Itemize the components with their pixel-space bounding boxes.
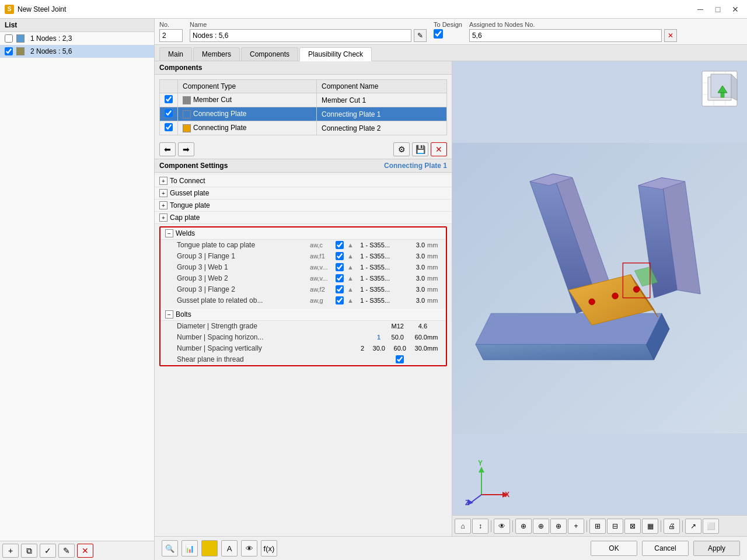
- vp-roty-btn[interactable]: ⊕: [533, 519, 549, 534]
- status-chart-btn[interactable]: 📊: [181, 540, 198, 556]
- list-item-2-checkbox[interactable]: [5, 47, 13, 55]
- bolt-item-4[interactable]: Shear plane in thread: [160, 354, 446, 365]
- bolt-item-2[interactable]: Number | Spacing horizon... 1 50.0 60.0 …: [160, 332, 446, 343]
- vp-home-btn[interactable]: ⌂: [455, 519, 471, 534]
- weld-item-1[interactable]: Tongue plate to cap plate aw,c ▲ 1 - S35…: [160, 240, 446, 251]
- ok-button[interactable]: OK: [591, 541, 637, 556]
- weld-item-6[interactable]: Gusset plate to related ob... aw,g ▲ 1 -…: [160, 295, 446, 306]
- expand-icon[interactable]: +: [159, 177, 167, 185]
- vp-plus-btn[interactable]: +: [568, 519, 584, 534]
- weld-6-check[interactable]: [336, 296, 344, 304]
- vp-rotz-btn[interactable]: ⊕: [550, 519, 567, 534]
- expand-icon[interactable]: +: [159, 214, 167, 222]
- table-row-selected[interactable]: Connecting Plate Connecting Plate 1: [160, 107, 447, 121]
- welds-expand-icon[interactable]: −: [165, 229, 173, 237]
- apply-button[interactable]: Apply: [693, 541, 740, 556]
- row3-checkbox[interactable]: [165, 123, 173, 131]
- group-welds-header[interactable]: − Welds: [160, 228, 446, 240]
- status-search-btn[interactable]: 🔍: [162, 540, 178, 556]
- weld-item-4[interactable]: Group 3 | Web 2 aw,v... ▲ 1 - S355... 3.…: [160, 273, 446, 284]
- edit-list-btn[interactable]: ✎: [58, 544, 75, 558]
- row2-checkbox[interactable]: [165, 109, 173, 117]
- cancel-button[interactable]: Cancel: [642, 541, 689, 556]
- components-section-header: Components: [155, 61, 452, 75]
- list-item-selected[interactable]: 2 Nodes : 5,6: [0, 45, 154, 58]
- vp-rotx-btn[interactable]: ⊕: [515, 519, 532, 534]
- list-item-2-color: [16, 47, 25, 55]
- weld-item-2[interactable]: Group 3 | Flange 1 aw,f1 ▲ 1 - S355... 3…: [160, 251, 446, 262]
- delete-list-btn[interactable]: ✕: [77, 544, 93, 558]
- close-button[interactable]: ✕: [728, 4, 742, 15]
- no-input[interactable]: [159, 29, 183, 42]
- vp-expand-btn[interactable]: ↗: [685, 519, 701, 534]
- bolt-3-unit: mm: [427, 345, 441, 352]
- group-to-connect-header[interactable]: + To Connect: [155, 175, 452, 187]
- tab-members[interactable]: Members: [193, 47, 240, 61]
- weld-4-unit: mm: [427, 275, 441, 282]
- vp-box4-btn[interactable]: ▦: [642, 519, 658, 534]
- status-fx-btn[interactable]: f(x): [261, 540, 277, 556]
- arrow-left-btn[interactable]: ⬅: [159, 142, 176, 156]
- row1-color: [183, 96, 191, 104]
- vp-box3-btn[interactable]: ⊠: [624, 519, 641, 534]
- list-item-1-checkbox[interactable]: [5, 34, 13, 43]
- list-item[interactable]: 1 Nodes : 2,3: [0, 32, 154, 45]
- bolt-2-label: Number | Spacing horizon...: [177, 333, 333, 341]
- expand-icon[interactable]: +: [159, 201, 167, 209]
- weld-3-label: Group 3 | Web 1: [177, 263, 310, 271]
- weld-3-check[interactable]: [336, 263, 344, 271]
- maximize-button[interactable]: □: [711, 4, 725, 15]
- window-title: New Steel Joint: [18, 5, 66, 13]
- vp-square-btn[interactable]: ⬜: [703, 519, 719, 534]
- bolt-item-1[interactable]: Diameter | Strength grade M12 4.6: [160, 321, 446, 332]
- tab-components[interactable]: Components: [241, 47, 298, 61]
- row1-checkbox[interactable]: [165, 95, 173, 103]
- bolts-expand-icon[interactable]: −: [165, 310, 173, 318]
- vp-box1-btn[interactable]: ⊞: [589, 519, 606, 534]
- status-color-indicator: [201, 540, 218, 556]
- vp-box2-btn[interactable]: ⊟: [607, 519, 623, 534]
- svg-text:Z: Z: [465, 499, 469, 506]
- settings-subtitle: Connecting Plate 1: [384, 162, 447, 170]
- table-row[interactable]: Connecting Plate Connecting Plate 2: [160, 121, 447, 135]
- name-edit-btn[interactable]: ✎: [414, 29, 427, 42]
- add-list-btn[interactable]: +: [2, 544, 19, 558]
- name-input[interactable]: [190, 29, 411, 42]
- bolt-3-label: Number | Spacing vertically: [177, 344, 321, 352]
- save-btn[interactable]: 💾: [412, 142, 428, 156]
- bolt-4-check[interactable]: [396, 355, 404, 363]
- group-bolts-header[interactable]: − Bolts: [160, 309, 446, 321]
- vp-eye-btn[interactable]: 👁: [494, 519, 510, 534]
- weld-2-check[interactable]: [336, 252, 344, 260]
- weld-4-check[interactable]: [336, 274, 344, 282]
- minimize-button[interactable]: ─: [693, 4, 707, 15]
- expand-icon[interactable]: +: [159, 189, 167, 197]
- svg-point-13: [612, 293, 619, 299]
- copy-list-btn[interactable]: ⧉: [21, 544, 37, 558]
- assigned-edit-btn[interactable]: ✕: [664, 29, 677, 42]
- to-design-checkbox[interactable]: [434, 29, 443, 38]
- group-cap-header[interactable]: + Cap plate: [155, 212, 452, 224]
- group-tongue-header[interactable]: + Tongue plate: [155, 200, 452, 212]
- assigned-input[interactable]: [469, 29, 662, 42]
- group-gusset-header[interactable]: + Gusset plate: [155, 187, 452, 200]
- weld-item-3[interactable]: Group 3 | Web 1 aw,v... ▲ 1 - S355... 3.…: [160, 262, 446, 273]
- status-view-btn[interactable]: 👁: [241, 540, 257, 556]
- check-list-btn[interactable]: ✓: [40, 544, 56, 558]
- weld-1-check[interactable]: [336, 241, 344, 249]
- vp-zoom-btn[interactable]: ↕: [472, 519, 488, 534]
- status-text-btn[interactable]: A: [221, 540, 238, 556]
- weld-3-value: 3.0: [390, 264, 425, 271]
- tab-main[interactable]: Main: [159, 47, 192, 61]
- vp-print-btn[interactable]: 🖨: [664, 519, 680, 534]
- weld-item-5[interactable]: Group 3 | Flange 2 aw,f2 ▲ 1 - S355... 3…: [160, 284, 446, 295]
- delete-comp-btn[interactable]: ✕: [431, 142, 447, 156]
- bolt-item-3[interactable]: Number | Spacing vertically 2 30.0 60.0 …: [160, 343, 446, 354]
- arrow-right-btn[interactable]: ➡: [178, 142, 194, 156]
- tab-plausibility[interactable]: Plausibility Check: [299, 47, 372, 61]
- weld-5-check[interactable]: [336, 285, 344, 293]
- bolt-2-val1: 1: [333, 334, 381, 341]
- table-row[interactable]: Member Cut Member Cut 1: [160, 93, 447, 107]
- settings1-btn[interactable]: ⚙: [393, 142, 410, 156]
- main-container: List 1 Nodes : 2,3 2 Nodes : 5,6 + ⧉ ✓ ✎: [0, 19, 747, 560]
